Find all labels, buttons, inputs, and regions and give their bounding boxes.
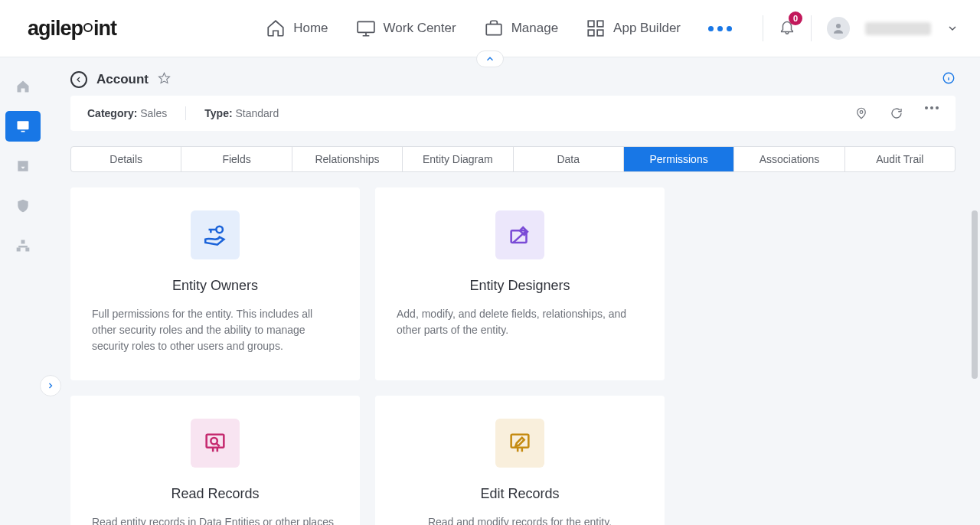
svg-rect-16 (207, 435, 224, 448)
svg-rect-5 (597, 30, 603, 36)
card-title: Entity Owners (92, 278, 338, 294)
favorite-button[interactable] (158, 72, 171, 88)
topbar-collapse[interactable] (476, 51, 504, 67)
info-icon (942, 71, 956, 85)
svg-point-13 (860, 111, 863, 114)
svg-point-17 (211, 438, 217, 445)
sidebar-item-inbox[interactable] (5, 151, 41, 181)
display-icon (15, 119, 31, 134)
meta-type: Type: Standard (204, 107, 279, 119)
notifications[interactable]: 0 (779, 18, 795, 38)
meta-bar: Category: Sales Type: Standard (70, 96, 956, 131)
card-desc: Full permissions for the entity. This in… (92, 306, 338, 354)
divider (811, 15, 812, 41)
logo[interactable]: agilepint (28, 17, 116, 41)
nav-label: Work Center (384, 21, 456, 36)
card-edit-records[interactable]: Edit Records Read and modify records for… (375, 396, 665, 525)
tab-permissions[interactable]: Permissions (624, 147, 734, 171)
svg-rect-0 (358, 21, 374, 32)
sidebar (0, 57, 46, 525)
avatar[interactable] (827, 17, 850, 40)
nav-work-center[interactable]: Work Center (356, 18, 456, 38)
shield-icon (15, 198, 31, 214)
grid-icon (586, 18, 606, 38)
key-hand-icon (202, 222, 228, 248)
card-desc: Read entity records in Data Entities or … (92, 514, 338, 525)
meta-type-label: Type: (204, 107, 232, 119)
arrow-left-icon (74, 75, 83, 84)
username (865, 22, 931, 35)
divider (763, 15, 763, 41)
house-icon (15, 79, 31, 94)
svg-rect-2 (588, 21, 594, 27)
card-entity-owners[interactable]: Entity Owners Full permissions for the e… (70, 188, 360, 380)
chevron-down-icon[interactable] (946, 22, 959, 34)
svg-rect-4 (588, 30, 594, 36)
refresh-icon[interactable] (890, 106, 903, 120)
card-title: Entity Designers (397, 278, 643, 294)
chevron-up-icon (485, 54, 495, 64)
back-button[interactable] (70, 71, 87, 88)
tab-associations[interactable]: Associations (734, 147, 844, 171)
meta-category-value: Sales (137, 107, 167, 119)
tab-relationships[interactable]: Relationships (292, 147, 403, 171)
svg-point-6 (836, 24, 841, 28)
star-outline-icon (158, 72, 171, 85)
tab-fields[interactable]: Fields (181, 147, 292, 171)
tab-entity-diagram[interactable]: Entity Diagram (403, 147, 513, 171)
card-read-records[interactable]: Read Records Read entity records in Data… (70, 396, 360, 525)
sidebar-item-security[interactable] (5, 191, 41, 221)
chevron-right-icon (46, 381, 55, 390)
card-icon (191, 419, 240, 468)
edit-board-icon (507, 430, 533, 456)
nav-home[interactable]: Home (266, 18, 328, 38)
location-icon[interactable] (854, 106, 868, 120)
sidebar-expand[interactable] (40, 375, 61, 396)
topnav: Home Work Center Manage App Builder (266, 18, 732, 38)
card-title: Edit Records (397, 486, 643, 502)
card-entity-designers[interactable]: Entity Designers Add, modify, and delete… (375, 188, 665, 380)
card-icon (495, 210, 544, 259)
svg-rect-11 (25, 248, 29, 252)
search-board-icon (202, 430, 228, 456)
divider (185, 106, 186, 120)
tab-details[interactable]: Details (71, 147, 181, 171)
topbar: agilepint Home Work Center Manage App Bu… (0, 0, 980, 57)
permission-cards: Entity Owners Full permissions for the e… (70, 188, 956, 525)
notification-badge: 0 (789, 11, 802, 25)
nav-app-builder[interactable]: App Builder (586, 18, 681, 38)
sidebar-item-org[interactable] (5, 230, 41, 261)
svg-rect-9 (21, 240, 25, 244)
svg-rect-7 (18, 121, 29, 129)
inbox-icon (15, 158, 31, 174)
main-content: Account Category: Sales Type: Standard D… (46, 57, 980, 525)
svg-rect-1 (486, 24, 501, 35)
card-desc: Add, modify, and delete fields, relation… (397, 306, 643, 338)
briefcase-icon (484, 18, 504, 38)
svg-rect-8 (21, 131, 25, 132)
card-icon (191, 210, 240, 259)
tab-audit-trail[interactable]: Audit Trail (845, 147, 955, 171)
card-title: Read Records (92, 486, 338, 502)
card-icon (495, 419, 544, 468)
org-icon (15, 238, 31, 253)
topbar-right: 0 (763, 15, 959, 41)
scrollbar[interactable] (972, 210, 978, 379)
nav-manage[interactable]: Manage (484, 18, 558, 38)
info-button[interactable] (942, 71, 956, 88)
meta-category-label: Category: (87, 107, 137, 119)
meta-category: Category: Sales (87, 107, 167, 119)
tab-data[interactable]: Data (514, 147, 624, 171)
user-icon (831, 21, 845, 35)
meta-type-value: Standard (233, 107, 279, 119)
page-title: Account (96, 72, 149, 87)
card-desc: Read and modify records for the entity. (397, 514, 643, 525)
nav-label: Manage (511, 21, 558, 36)
sidebar-item-entities[interactable] (5, 111, 41, 142)
home-icon (266, 18, 286, 38)
tabs: Details Fields Relationships Entity Diag… (70, 146, 956, 172)
nav-more-icon[interactable] (708, 26, 732, 31)
sidebar-item-home[interactable] (5, 71, 41, 102)
more-actions-icon[interactable] (925, 106, 939, 120)
monitor-icon (356, 18, 376, 38)
